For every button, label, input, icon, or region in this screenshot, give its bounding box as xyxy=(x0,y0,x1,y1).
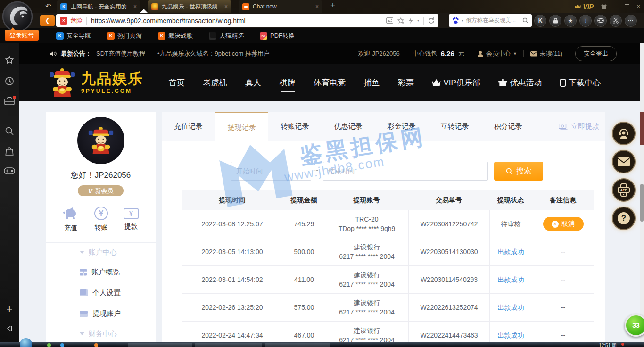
record-tab[interactable]: 优惠记录 xyxy=(322,112,375,141)
tab-close-icon[interactable]: × xyxy=(224,3,228,10)
browser-tab[interactable]: Chat now × xyxy=(239,0,322,13)
browser-tab[interactable]: 九品娱乐 - 世界顶级娱... × xyxy=(148,0,231,13)
minimize-button[interactable]: – xyxy=(614,3,618,9)
scrollbar-track[interactable] xyxy=(640,43,644,342)
shopping-icon[interactable] xyxy=(5,147,14,158)
lock-icon[interactable] xyxy=(549,15,561,27)
chevron-down-icon[interactable]: ▾ xyxy=(417,18,419,23)
collapse-rail-icon[interactable] xyxy=(5,324,14,335)
lightning-icon[interactable] xyxy=(409,17,413,24)
taskbar-window-button[interactable] xyxy=(265,343,330,347)
nav-item[interactable]: 真人 xyxy=(245,77,261,88)
sidebar-menu-entry[interactable]: 提现账户 xyxy=(46,303,156,324)
browser-logo[interactable] xyxy=(1,0,33,33)
nav-item[interactable]: 体育电竞 xyxy=(314,77,346,88)
app-download-button[interactable]: APP xyxy=(612,178,636,202)
browser-vip-button[interactable]: VIP xyxy=(574,3,594,10)
record-tab[interactable]: 积分记录 xyxy=(481,112,535,141)
bookmark-item[interactable]: PDF PDF转换 xyxy=(260,32,295,40)
login-account-badge[interactable]: 登录账号 xyxy=(5,30,39,41)
favorites-icon[interactable]: ★ xyxy=(564,15,577,27)
sidebar-menu-entry[interactable]: 个人设置 xyxy=(46,282,156,303)
nav-item[interactable]: 捕鱼 xyxy=(364,77,380,88)
nav-item[interactable]: VIP俱乐部 xyxy=(432,77,480,88)
customer-service-button[interactable] xyxy=(612,122,636,145)
logout-button[interactable]: 安全登出 xyxy=(575,46,617,61)
message-button[interactable] xyxy=(612,150,636,174)
workspace-icon[interactable] xyxy=(4,97,15,107)
nav-item[interactable]: 棋牌 xyxy=(280,77,296,88)
record-tab[interactable]: 转账记录 xyxy=(268,112,322,141)
nav-item[interactable]: 优惠活动 xyxy=(498,77,542,88)
avatar[interactable] xyxy=(77,117,124,164)
bookmark-item[interactable]: K 裁决战歌 xyxy=(158,32,193,40)
tab-close-icon[interactable]: × xyxy=(315,3,319,10)
record-tab[interactable]: 提现记录 xyxy=(215,112,268,141)
search-icon[interactable] xyxy=(522,17,528,24)
tab-close-icon[interactable]: × xyxy=(133,3,137,10)
history-icon[interactable] xyxy=(5,76,14,88)
games-icon[interactable] xyxy=(594,15,607,27)
start-time-input[interactable] xyxy=(231,162,311,181)
image-mode-icon[interactable] xyxy=(386,17,393,24)
end-time-input[interactable] xyxy=(323,162,488,181)
member-center-menu[interactable]: 会员中心 ▼ xyxy=(477,50,517,58)
scissors-icon[interactable] xyxy=(610,15,622,27)
bookmark-item[interactable]: K 热门页游 xyxy=(107,32,142,40)
announcement-item[interactable]: •九品娱乐永久域名：9pbet.com 推荐用户 xyxy=(157,50,270,58)
nav-item[interactable]: 彩票 xyxy=(398,77,414,88)
download-icon[interactable]: ↓ xyxy=(579,15,592,27)
wallet-summary[interactable]: 中心钱包 6.26 元 xyxy=(413,50,464,58)
taskbar-window-button[interactable] xyxy=(128,343,192,347)
favorites-sidebar-icon[interactable] xyxy=(5,56,14,66)
restore-button[interactable] xyxy=(625,4,629,8)
optimizer-ball[interactable]: 33 xyxy=(625,314,644,337)
record-tab[interactable]: 充值记录 xyxy=(162,112,215,141)
record-tab[interactable]: 彩金记录 xyxy=(375,112,428,141)
nav-item[interactable]: 首页 xyxy=(169,77,185,88)
sidebar-menu-entry[interactable]: 账户中心 xyxy=(46,242,156,262)
announcement-item[interactable]: SDT充值使用教程 xyxy=(96,50,145,58)
bookmark-item[interactable]: K 安全导航 xyxy=(56,32,91,40)
taskbar-icon[interactable] xyxy=(47,343,51,347)
cancel-button[interactable]: ✕ 取消 xyxy=(543,217,584,231)
nav-item[interactable]: 老虎机 xyxy=(203,77,227,88)
bookmark-item[interactable]: 天猫精选 xyxy=(209,32,244,40)
sidebar-menu-entry[interactable]: 账户概览 xyxy=(46,262,156,282)
tab-history-back-icon[interactable]: ↶ xyxy=(45,2,51,10)
nav-item[interactable]: 下载中心 xyxy=(560,77,601,88)
sidebar-menu-entry[interactable]: 财务中心 xyxy=(46,324,156,342)
add-panel-icon[interactable]: + xyxy=(7,303,13,315)
url-field[interactable]: × 危险 https://www.9p02.com/member/transac… xyxy=(56,14,438,27)
refresh-icon[interactable] xyxy=(428,17,435,24)
quick-action[interactable]: 提款 xyxy=(124,207,139,232)
games-sidebar-icon[interactable] xyxy=(4,167,15,176)
browser-tabs: K 上网导航 - 安全实用的... × 九品娱乐 - 世界顶级娱... × Ch… xyxy=(57,0,330,13)
theme-icon[interactable] xyxy=(601,4,607,9)
search-sidebar-icon[interactable] xyxy=(5,126,14,138)
url-text[interactable]: https://www.9p02.com/member/transaction/… xyxy=(91,17,386,25)
start-button[interactable] xyxy=(20,338,32,347)
scrollbar-thumb[interactable] xyxy=(640,184,644,222)
quick-action[interactable]: 充值 xyxy=(63,207,79,232)
add-favorite-icon[interactable] xyxy=(397,17,405,24)
back-button[interactable]: ❮ xyxy=(40,15,55,26)
taskbar-window-button[interactable] xyxy=(195,343,262,347)
new-tab-button[interactable]: + xyxy=(330,0,335,12)
help-button[interactable]: ? xyxy=(612,207,636,230)
taskbar-icon[interactable] xyxy=(94,343,98,347)
record-tab[interactable]: 互转记录 xyxy=(428,112,481,141)
search-query[interactable]: 俄方称在乌发现美... xyxy=(466,17,520,25)
browser-tab[interactable]: K 上网导航 - 安全实用的... × xyxy=(57,0,140,13)
more-icon[interactable]: ··· xyxy=(625,15,637,27)
quick-action[interactable]: 转账 xyxy=(94,207,108,232)
close-button[interactable]: × xyxy=(636,3,640,9)
unread-messages[interactable]: 未读(11) xyxy=(530,50,562,58)
browser-search-box[interactable]: ▾ 俄方称在乌发现美... xyxy=(449,14,532,27)
taskbar-icon[interactable] xyxy=(60,343,64,347)
withdraw-now-link[interactable]: 立即提款 xyxy=(559,112,599,141)
search-button[interactable]: 搜索 xyxy=(494,162,543,181)
chevron-down-icon[interactable]: ▾ xyxy=(462,18,463,23)
kingsoft-icon[interactable]: K xyxy=(534,15,546,27)
site-logo[interactable]: 九品娱乐 9PYULE.COM xyxy=(47,67,143,98)
